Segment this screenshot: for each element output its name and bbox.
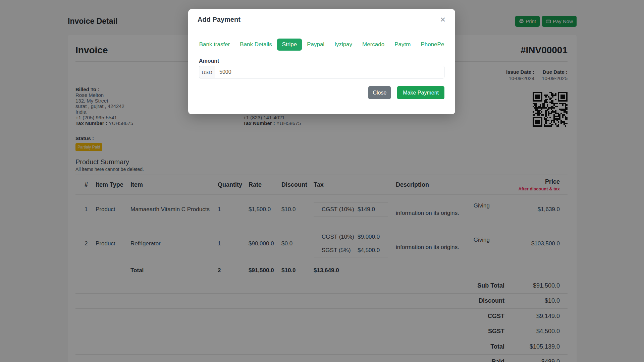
tab-paytm[interactable]: Paytm	[389, 39, 416, 51]
payment-method-tabs: Bank trasfer Bank Details Stripe Paypal …	[199, 39, 444, 51]
modal-title: Add Payment	[198, 16, 240, 23]
tab-iyzipay[interactable]: Iyzipay	[329, 39, 357, 51]
amount-input-group: USD	[199, 66, 444, 78]
tab-bank-details[interactable]: Bank Details	[235, 39, 277, 51]
tab-mercado[interactable]: Mercado	[357, 39, 389, 51]
amount-label: Amount	[199, 58, 444, 64]
add-payment-modal: Add Payment ✕ Bank trasfer Bank Details …	[188, 9, 455, 114]
tab-paypal[interactable]: Paypal	[302, 39, 329, 51]
currency-prefix: USD	[199, 66, 215, 78]
close-icon[interactable]: ✕	[440, 16, 446, 23]
amount-input[interactable]	[215, 66, 444, 78]
tab-bank-transfer[interactable]: Bank trasfer	[194, 39, 235, 51]
make-payment-button[interactable]: Make Payment	[397, 86, 444, 99]
tab-stripe[interactable]: Stripe	[277, 39, 302, 51]
close-button[interactable]: Close	[368, 86, 391, 99]
tab-phonepe[interactable]: PhonePe	[416, 39, 449, 51]
